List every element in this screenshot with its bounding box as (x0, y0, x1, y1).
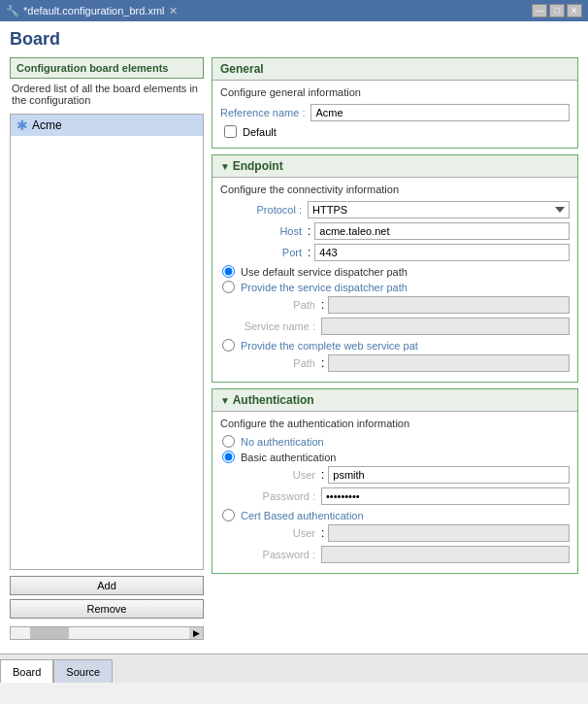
complete-path-row: Path : (220, 354, 570, 372)
title-bar: 🔧 *default.configuration_brd.xml ✕ — □ ✕ (0, 0, 588, 21)
user-input[interactable] (328, 466, 570, 484)
tab-board[interactable]: Board (0, 659, 53, 683)
radio-provide[interactable] (222, 281, 235, 293)
service-name-row: Service name : (220, 318, 570, 335)
user-label: User (244, 469, 321, 481)
radio-no-auth[interactable] (222, 435, 235, 448)
general-subtitle: Configure general information (220, 86, 570, 98)
radio-default[interactable] (222, 265, 235, 278)
main-content: Board Configuration board elements Order… (0, 21, 588, 654)
radio-provide-label: Provide the service dispatcher path (241, 282, 408, 293)
radio-basic-label: Basic authentication (241, 452, 336, 463)
radio-basic[interactable] (222, 451, 235, 463)
radio-cert[interactable] (222, 509, 235, 521)
cert-password-row: Password : (220, 546, 570, 563)
list-item[interactable]: ✱ Acme (11, 115, 203, 136)
password-input[interactable] (321, 487, 570, 505)
endpoint-arrow: ▼ (220, 161, 233, 172)
complete-path-colon: : (321, 356, 328, 370)
path-colon: : (321, 298, 328, 312)
close-tab-icon[interactable]: ✕ (169, 5, 178, 17)
radio-default-row: Use default service dispatcher path (220, 265, 570, 278)
default-row: Default (220, 125, 570, 138)
radio-cert-label: Cert Based authentication (241, 510, 364, 521)
cert-user-colon: : (321, 526, 328, 540)
radio-basic-row: Basic authentication (220, 451, 570, 463)
bottom-tabs: Board Source (0, 654, 588, 683)
path-input[interactable] (328, 296, 570, 314)
minimize-button[interactable]: — (532, 4, 547, 17)
radio-provide-row: Provide the service dispatcher path (220, 281, 570, 293)
horizontal-scrollbar[interactable]: ▶ (10, 626, 204, 640)
cert-password-input[interactable] (321, 546, 570, 563)
general-header: General (212, 58, 577, 81)
complete-path-input[interactable] (328, 354, 570, 372)
add-button[interactable]: Add (10, 576, 204, 595)
ref-name-input[interactable] (310, 104, 570, 121)
path-row: Path : (220, 296, 570, 314)
protocol-select[interactable]: HTTPS HTTP (308, 201, 570, 218)
host-row: Host : (220, 222, 570, 240)
close-button[interactable]: ✕ (567, 4, 582, 17)
endpoint-section: ▼ Endpoint Configure the connectivity in… (212, 154, 578, 383)
radio-default-label: Use default service dispatcher path (241, 266, 408, 278)
cert-user-input[interactable] (328, 524, 570, 542)
button-row: Add Remove (10, 576, 204, 619)
default-label: Default (243, 126, 277, 138)
radio-complete-row: Provide the complete web service pat (220, 339, 570, 352)
auth-subtitle: Configure the authentication information (220, 418, 570, 429)
tab-filename: *default.configuration_brd.xml (23, 5, 165, 17)
general-section: General Configure general information Re… (212, 57, 578, 149)
port-input[interactable] (314, 244, 570, 261)
default-checkbox[interactable] (224, 125, 237, 138)
radio-cert-row: Cert Based authentication (220, 509, 570, 521)
tab-icon: 🔧 (6, 5, 19, 17)
radio-complete[interactable] (222, 339, 235, 352)
content-area: Configuration board elements Ordered lis… (10, 57, 578, 640)
radio-no-auth-label: No authentication (241, 436, 324, 448)
radio-no-auth-row: No authentication (220, 435, 570, 448)
authentication-section: ▼ Authentication Configure the authentic… (212, 388, 578, 574)
password-row: Password : (220, 487, 570, 505)
cert-user-label: User (244, 527, 321, 539)
page-title: Board (10, 29, 578, 50)
elements-list[interactable]: ✱ Acme (10, 114, 204, 570)
port-label: Port (220, 247, 308, 258)
authentication-header: ▼ Authentication (212, 389, 577, 412)
password-label: Password : (244, 490, 321, 502)
cert-user-row: User : (220, 524, 570, 542)
left-panel-title: Configuration board elements (10, 57, 204, 79)
left-panel-description: Ordered list of all the board elements i… (10, 79, 204, 110)
scrollbar-thumb[interactable] (30, 627, 69, 639)
endpoint-header: ▼ Endpoint (212, 155, 577, 178)
maximize-button[interactable]: □ (549, 4, 565, 17)
cert-password-label: Password : (244, 549, 321, 560)
general-content: Configure general information Reference … (212, 81, 577, 148)
protocol-row: Protocol : HTTPS HTTP (220, 201, 570, 218)
acme-label: Acme (32, 118, 62, 132)
window-controls: — □ ✕ (532, 4, 582, 17)
acme-icon: ✱ (16, 117, 28, 133)
tab-source[interactable]: Source (53, 659, 113, 683)
protocol-label: Protocol : (220, 204, 308, 216)
remove-button[interactable]: Remove (10, 599, 204, 619)
radio-complete-label: Provide the complete web service pat (241, 340, 418, 352)
port-colon: : (308, 246, 314, 259)
user-colon: : (321, 468, 328, 482)
ref-name-row: Reference name : (220, 104, 570, 121)
left-panel: Configuration board elements Ordered lis… (10, 57, 204, 640)
complete-path-label: Path (244, 357, 321, 369)
endpoint-subtitle: Configure the connectivity information (220, 184, 570, 195)
user-row: User : (220, 466, 570, 484)
auth-arrow: ▼ (220, 395, 233, 406)
service-name-label: Service name : (244, 320, 321, 332)
ref-name-label: Reference name : (220, 107, 310, 118)
right-panel: General Configure general information Re… (212, 57, 578, 640)
port-row: Port : (220, 244, 570, 261)
host-colon: : (308, 224, 314, 238)
scroll-right-button[interactable]: ▶ (189, 627, 203, 639)
auth-content: Configure the authentication information… (212, 412, 577, 573)
host-input[interactable] (314, 222, 570, 240)
endpoint-content: Configure the connectivity information P… (212, 178, 577, 382)
service-name-input[interactable] (321, 318, 570, 335)
